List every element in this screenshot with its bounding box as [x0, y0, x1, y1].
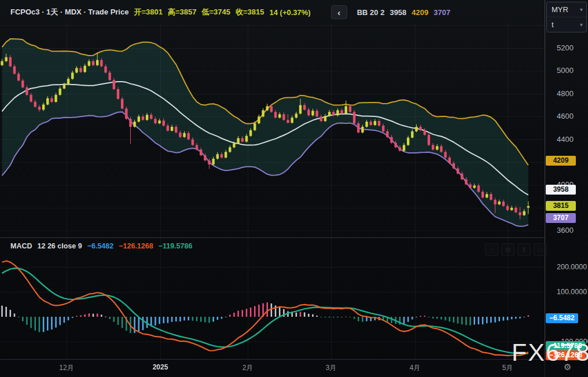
pane-maximize-icon[interactable]: □	[534, 243, 547, 256]
macd-pane-toolbar: ↑ ⊟ ⇕ □	[485, 243, 547, 256]
bb-upper-value: 4209	[411, 8, 428, 17]
chart-legend: FCPOc3 · 1天 · MDX · Trade Price 开=3801 高…	[10, 6, 450, 19]
pane-collapse-icon[interactable]: ⇕	[517, 243, 531, 256]
bb-indicator-label[interactable]: BB 20 2	[357, 8, 385, 17]
ohlc-open: 开=3801	[134, 7, 163, 17]
time-label-2025: 2025	[153, 363, 168, 371]
trading-chart-app: FCPOc3 · 1天 · MDX · Trade Price 开=3801 高…	[0, 0, 588, 377]
bb-mid-value: 3958	[389, 8, 406, 17]
time-label-3月: 3月	[326, 363, 337, 373]
ohlc-close: 收=3815	[236, 7, 264, 17]
macd-legend: MACD 12 26 close 9 −6.5482 −126.1268 −11…	[10, 242, 192, 250]
macd-axis[interactable]: 200.0000100.0000−100.0000−6.5482−119.578…	[545, 0, 588, 377]
ohlc-low: 低=3745	[201, 7, 230, 17]
unit-select[interactable]: t ▾	[547, 17, 586, 32]
macd-badge: −119.5786	[546, 341, 585, 351]
candlestick-chart-canvas[interactable]	[0, 0, 588, 377]
currency-unit-widget: MYR ▾ t ▾	[546, 2, 587, 32]
macd-tick: 200.0000	[557, 262, 587, 272]
bb-lower-value: 3707	[433, 8, 450, 17]
ohlc-high: 高=3857	[168, 7, 197, 17]
time-label-5月: 5月	[502, 363, 513, 373]
currency-select[interactable]: MYR ▾	[547, 2, 586, 17]
pane-separator[interactable]	[0, 237, 545, 238]
macd-badge: −126.1268	[546, 350, 586, 360]
macd-signal-value: −119.5786	[159, 242, 193, 250]
macd-badge: −6.5482	[546, 313, 578, 323]
time-axis[interactable]: ⚙ 12月20252月3月4月5月	[0, 359, 588, 377]
unit-value: t	[552, 20, 554, 29]
currency-value: MYR	[552, 5, 568, 14]
time-label-4月: 4月	[410, 363, 421, 373]
ohlc-change: 14 (+0.37%)	[270, 8, 311, 17]
pane-delete-icon[interactable]: ⊟	[501, 243, 514, 256]
chevron-down-icon: ▾	[580, 6, 583, 13]
macd-line-value: −126.1268	[119, 242, 153, 250]
macd-params: 12 26 close 9	[38, 242, 82, 250]
macd-tick: 100.0000	[557, 287, 587, 297]
chevron-down-icon: ▾	[580, 21, 583, 28]
pane-move-up-icon[interactable]: ↑	[485, 243, 498, 256]
macd-hist-value: −6.5482	[87, 242, 114, 250]
time-label-12月: 12月	[59, 363, 74, 373]
symbol-title[interactable]: FCPOc3 · 1天 · MDX · Trade Price	[10, 7, 128, 17]
time-label-2月: 2月	[242, 363, 253, 373]
legend-collapse-button[interactable]: ‹	[331, 5, 347, 19]
macd-title[interactable]: MACD	[10, 242, 32, 250]
